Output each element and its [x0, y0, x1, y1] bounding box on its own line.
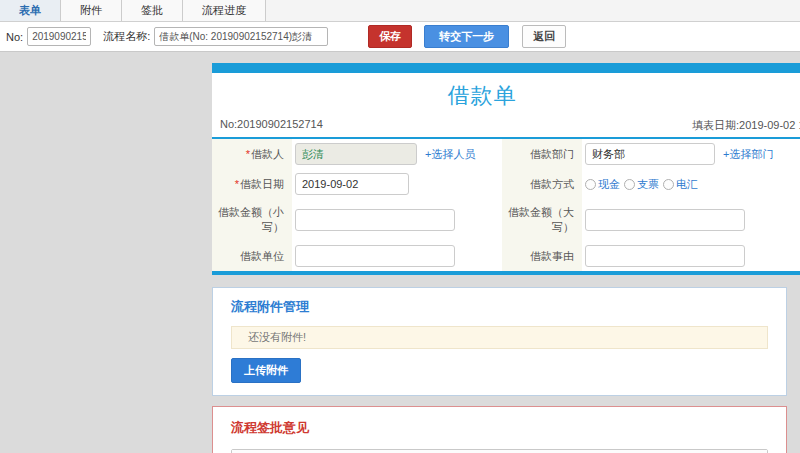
- borrow-unit-input[interactable]: [295, 245, 455, 267]
- process-name-label: 流程名称:: [103, 29, 150, 44]
- next-step-button[interactable]: 转交下一步: [424, 25, 509, 48]
- no-label: No:: [6, 31, 23, 43]
- tab-progress[interactable]: 流程进度: [183, 0, 266, 21]
- form-title: 借款单: [212, 73, 752, 115]
- tab-approval[interactable]: 签批: [122, 0, 183, 21]
- department-input[interactable]: [585, 143, 715, 165]
- borrow-reason-label: 借款事由: [502, 241, 582, 271]
- approval-panel: 流程签批意见 B I abc: [212, 406, 787, 453]
- select-department-link[interactable]: +选择部门: [723, 147, 773, 162]
- attachment-panel-title: 流程附件管理: [231, 298, 768, 316]
- save-button[interactable]: 保存: [368, 25, 412, 48]
- no-input[interactable]: [27, 27, 91, 46]
- radio-cheque[interactable]: 支票: [624, 177, 659, 192]
- borrow-reason-input[interactable]: [585, 245, 745, 267]
- select-person-link[interactable]: +选择人员: [425, 147, 475, 162]
- radio-icon: [663, 179, 674, 190]
- back-button[interactable]: 返回: [522, 25, 566, 48]
- required-mark: *: [246, 147, 250, 162]
- payment-method-label: 借款方式: [502, 169, 582, 199]
- upload-attachment-button[interactable]: 上传附件: [231, 358, 301, 383]
- top-tabs: 表单 附件 签批 流程进度: [0, 0, 800, 22]
- process-name-input[interactable]: [154, 27, 328, 46]
- borrow-unit-label: 借款单位: [212, 241, 292, 271]
- borrow-date-input[interactable]: [295, 173, 409, 195]
- workspace: 借款单 No:20190902152714 填表日期:2019-09-02 15…: [0, 52, 800, 453]
- radio-icon: [585, 179, 596, 190]
- action-bar: No: 流程名称: 保存 转交下一步 返回: [0, 22, 800, 52]
- radio-wire[interactable]: 电汇: [663, 177, 698, 192]
- radio-icon: [624, 179, 635, 190]
- tab-attachments[interactable]: 附件: [61, 0, 122, 21]
- attachment-panel: 流程附件管理 还没有附件! 上传附件: [212, 287, 787, 396]
- form-fill-date: 填表日期:2019-09-02 15:27:1: [692, 118, 800, 133]
- amount-upper-label: 借款金额（大写）: [502, 199, 582, 241]
- amount-upper-input[interactable]: [585, 209, 745, 231]
- approval-panel-title: 流程签批意见: [231, 419, 768, 437]
- required-mark: *: [235, 177, 239, 192]
- form-no: No:20190902152714: [220, 118, 323, 130]
- payment-method-radio-group: 现金 支票 电汇: [585, 177, 702, 192]
- panel-top-bar: [212, 63, 800, 73]
- tab-form[interactable]: 表单: [0, 0, 61, 21]
- borrower-label: * 借款人: [212, 139, 292, 169]
- department-label: 借款部门: [502, 139, 582, 169]
- form-info-row: No:20190902152714 填表日期:2019-09-02 15:27:…: [212, 115, 800, 135]
- loan-form-panel: 借款单 No:20190902152714 填表日期:2019-09-02 15…: [212, 63, 800, 275]
- radio-cash[interactable]: 现金: [585, 177, 620, 192]
- borrower-input[interactable]: [295, 143, 417, 165]
- blue-bottom-bar: [212, 271, 800, 275]
- amount-lower-label: 借款金额（小写）: [212, 199, 292, 241]
- no-attachment-alert: 还没有附件!: [231, 326, 768, 349]
- rich-text-editor: B I abc: [231, 449, 768, 453]
- form-table: * 借款人 +选择人员 借款部门 +选择部门 * 借款日期: [212, 139, 800, 271]
- amount-lower-input[interactable]: [295, 209, 455, 231]
- borrow-date-label: * 借款日期: [212, 169, 292, 199]
